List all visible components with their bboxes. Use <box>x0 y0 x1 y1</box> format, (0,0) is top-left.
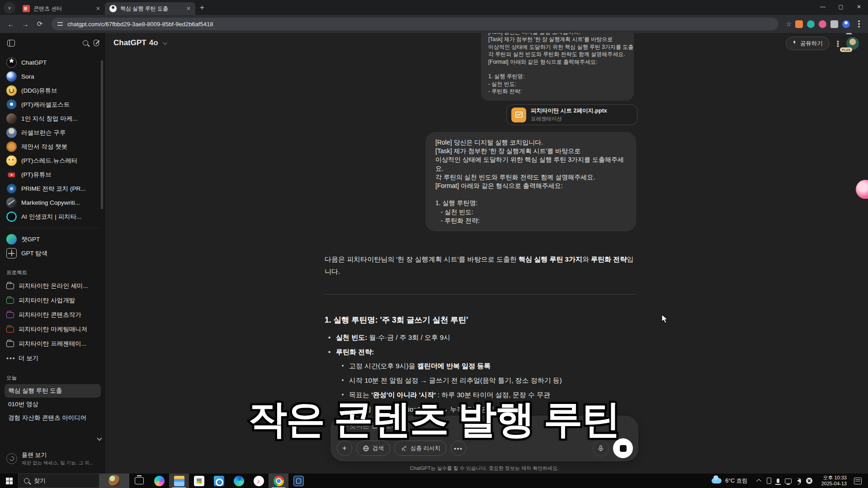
stop-generating-button[interactable] <box>613 438 633 458</box>
voice-input-button[interactable] <box>593 440 609 456</box>
taskbar-app-button[interactable] <box>288 474 308 488</box>
tray-close-icon[interactable] <box>806 478 812 484</box>
message-input[interactable]: 무엇이든 물어보세요 <box>342 422 405 430</box>
share-button[interactable]: 공유하기 <box>786 37 830 50</box>
browser-menu-icon[interactable] <box>858 23 860 25</box>
sidebar-chat-item[interactable]: 경험 자산화 콘텐츠 아이디어 <box>5 411 101 425</box>
extension-pink-icon[interactable] <box>819 20 826 28</box>
taskbar-app-button[interactable] <box>129 474 149 488</box>
taskbar-weather[interactable]: 6°C 흐림 <box>706 477 753 485</box>
chat-item-label: 010번 영상 <box>8 400 38 408</box>
phone-link-icon[interactable] <box>767 478 771 484</box>
new-chat-button[interactable] <box>90 38 99 47</box>
sidebar-gpt-item[interactable]: 제안서 작성 챗봇 <box>0 140 105 154</box>
sidebar-project-item[interactable]: 피치타이탄 온라인 세미... <box>0 279 105 293</box>
browser-tab[interactable]: 핵심 실행 루틴 도출 ✕ <box>105 2 195 15</box>
volume-icon[interactable] <box>797 479 801 483</box>
routine-bullet: 실천 빈도: 월·수·금 / 주 3회 / 오후 9시 <box>325 330 450 345</box>
taskbar-app-button[interactable] <box>229 474 249 488</box>
extension-orange-icon[interactable] <box>795 20 803 28</box>
tab-close-icon[interactable]: ✕ <box>96 5 100 12</box>
profile-avatar-icon[interactable] <box>842 20 850 28</box>
browser-tab[interactable]: 콘텐츠 센터 ✕ <box>18 2 105 15</box>
extension-teal-icon[interactable] <box>807 20 815 28</box>
web-search-button[interactable]: 검색 <box>356 441 390 456</box>
sidebar-project-item[interactable]: 피치타이탄 프레젠테이... <box>0 337 105 351</box>
sidebar-gpt-item[interactable]: PRIME 전략 코치 (PR... <box>0 182 105 196</box>
back-button[interactable]: ← <box>5 18 17 30</box>
sidebar-gpt-item[interactable]: Sora <box>0 70 105 84</box>
view-plan-button[interactable]: 플랜 보기 제한 없는 액세스, 팀 기능, 그 외... <box>0 446 105 471</box>
sidebar-chat-item[interactable]: 010번 영상 <box>5 398 101 411</box>
more-options-icon[interactable]: ••• <box>837 40 839 47</box>
today-section-header: 오늘 <box>0 366 105 384</box>
sidebar-gpt-item[interactable]: (DDG)유튜브 <box>0 84 105 98</box>
sidebar-pinned-item[interactable]: 챗GPT <box>0 232 105 246</box>
taskbar-app-button[interactable] <box>269 474 288 488</box>
sidebar-divider <box>6 228 99 228</box>
notification-center-icon[interactable] <box>854 478 862 484</box>
display-icon[interactable] <box>785 479 792 483</box>
proposal-bot-icon <box>6 141 17 152</box>
sidebar-item-label: 피치타이탄 프레젠테이... <box>19 340 86 348</box>
sidebar-project-item[interactable]: 피치타이탄 사업개발 <box>0 293 105 308</box>
account-avatar[interactable]: PLUS <box>846 37 859 50</box>
taskbar-app-button[interactable] <box>189 474 209 488</box>
taskbar-app-button[interactable] <box>209 474 229 488</box>
scroll-top-arrow-icon[interactable] <box>846 33 852 34</box>
message-composer[interactable]: 무엇이든 물어보세요 + 검색 <box>330 416 638 461</box>
tab-search-chevron-icon[interactable]: v <box>4 2 15 14</box>
sidebar-project-item[interactable]: 피치타이탄 마케팅매니저 <box>0 322 105 337</box>
model-selector[interactable]: ChatGPT <box>113 38 146 47</box>
address-bar[interactable]: chatgpt.com/c/67fbbd29-3ae8-8009-85bf-9e… <box>52 18 778 30</box>
sidebar-item-label: Marketing Copywriti... <box>21 199 80 206</box>
deep-research-button[interactable]: 심층 리서치 <box>394 441 447 456</box>
sidebar-chat-item[interactable]: 핵심 실행 루틴 도출 <box>5 384 101 398</box>
taskbar-search[interactable]: 찾기 <box>18 474 99 488</box>
refresh-button[interactable]: ⟳ <box>33 18 46 30</box>
chat-item-label: 경험 자산화 콘텐츠 아이디어 <box>8 414 86 422</box>
forward-button[interactable]: → <box>19 18 32 30</box>
start-button[interactable] <box>0 474 18 488</box>
taskbar-app-button[interactable] <box>169 474 189 488</box>
sidebar-gpt-item[interactable]: (PT)캐러셀포스트 <box>0 98 105 112</box>
composer-more-button[interactable]: ••• <box>451 441 466 456</box>
taskbar-app-button[interactable] <box>149 474 169 488</box>
tray-expand-icon[interactable] <box>756 479 761 484</box>
sidebar-item-label: ChatGPT <box>21 59 47 66</box>
tray-microphone-icon[interactable] <box>777 479 779 483</box>
sidebar-item-label: (PT)캐러셀포스트 <box>21 101 70 109</box>
sidebar-project-item[interactable]: 피치타이탄 콘텐츠작가 <box>0 308 105 322</box>
search-chats-button[interactable] <box>81 38 90 47</box>
sidebar-gpt-item[interactable]: 1인 지식 창업 마케... <box>0 112 105 126</box>
site-settings-icon[interactable] <box>57 21 63 27</box>
disclaimer-text: ChatGPT는 실수를 할 수 있습니다. 중요한 정보는 재차 확인하세요. <box>330 465 638 472</box>
new-tab-button[interactable]: + <box>200 3 204 12</box>
window-minimize-button[interactable]: — <box>814 4 832 10</box>
window-close-button[interactable]: ✕ <box>850 4 868 10</box>
bookmark-star-icon[interactable]: ☆ <box>786 20 792 28</box>
puzzle-icon[interactable] <box>830 20 838 28</box>
window-maximize-button[interactable]: ▢ <box>832 4 850 10</box>
sidebar-gpt-item[interactable]: (PT)스레드.뉴스레터 <box>0 154 105 168</box>
ddg-youtube-icon <box>6 85 17 96</box>
taskbar-app-food[interactable] <box>99 474 129 488</box>
projects-see-more[interactable]: ••• 더 보기 <box>0 351 105 366</box>
sidebar-gpt-item[interactable]: AI 인생코치 | 피치타... <box>0 210 105 224</box>
tab-title: 콘텐츠 센터 <box>33 5 92 13</box>
sidebar-gpt-item[interactable]: Marketing Copywriti... <box>0 196 105 210</box>
taskbar-app-button[interactable] <box>249 474 269 488</box>
windows-taskbar: 찾기 <box>0 474 868 488</box>
sidebar-gpt-item[interactable]: ChatGPT <box>0 56 105 70</box>
sidebar-gpt-item[interactable]: (PT)유튜브 <box>0 168 105 182</box>
sidebar-scrollbar[interactable] <box>101 60 103 209</box>
sidebar-pinned-item[interactable]: GPT 탐색 <box>0 246 105 260</box>
attachment-card[interactable]: 피치타이탄 시트 2페이지.pptx 프레젠테이션 <box>506 104 637 125</box>
attach-plus-button[interactable]: + <box>337 441 352 456</box>
tab-close-icon[interactable]: ✕ <box>186 5 191 12</box>
sidebar-scroll-down-icon[interactable] <box>97 436 102 441</box>
sidebar-gpt-item[interactable]: 러셀브런슨 구루 <box>0 126 105 140</box>
sidebar-collapse-button[interactable] <box>6 38 15 47</box>
routine-sub-bullet: 시작 10분 전 알림 설정 → 글쓰기 전 리추얼(음악 틀기, 장소 정하기… <box>325 373 562 388</box>
taskbar-clock[interactable]: 오후 10:33 2025-04-13 <box>817 475 851 487</box>
